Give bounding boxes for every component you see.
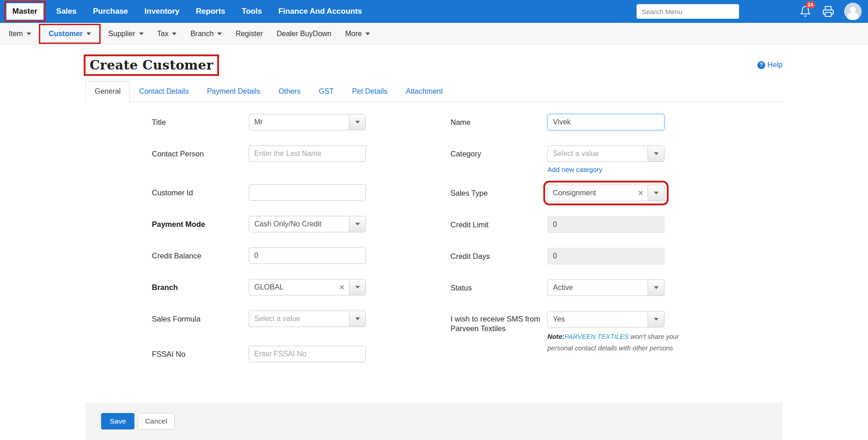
help-link[interactable]: ? Help: [757, 61, 782, 69]
tab-contact-details[interactable]: Contact Details: [130, 81, 198, 102]
credit-days-label: Credit Days: [450, 248, 547, 264]
contact-person-input[interactable]: [249, 145, 366, 162]
sales-type-select-value: Consignment: [548, 189, 633, 197]
receive-sms-label: I wish to receive SMS from Parveen Texti…: [450, 311, 547, 333]
menu-item-tools[interactable]: Tools: [234, 0, 270, 23]
subnav-item-branch[interactable]: Branch: [183, 27, 229, 41]
subnav-label: Tax: [157, 30, 169, 38]
form-row-status: Status Active: [450, 279, 707, 296]
form-row-category: Category Select a value Add new category: [450, 145, 707, 174]
notification-badge: 24: [805, 1, 815, 8]
credit-days-input: [547, 248, 664, 264]
notifications-button[interactable]: 24: [799, 5, 811, 17]
credit-limit-input: [547, 216, 664, 233]
form-row-title: Title Mr: [152, 114, 366, 130]
chevron-down-icon[interactable]: [648, 311, 664, 327]
payment-mode-select-value: Cash Only/No Credit: [249, 220, 349, 228]
subnav-item-tax[interactable]: Tax: [150, 27, 184, 41]
branch-select[interactable]: GLOBAL ×: [249, 279, 366, 295]
receive-sms-select[interactable]: Yes: [547, 311, 664, 327]
tab-pet-details[interactable]: Pet Details: [343, 81, 396, 102]
customer-id-input[interactable]: [249, 184, 366, 201]
form-row-credit-days: Credit Days: [450, 248, 707, 264]
form-column-left: Title Mr Contact Person Customer Id: [152, 114, 366, 377]
menu-item-reports[interactable]: Reports: [188, 0, 233, 23]
subnav-item-item[interactable]: Item: [2, 27, 38, 41]
print-button[interactable]: [822, 5, 834, 17]
menu-item-master[interactable]: Master: [6, 3, 43, 20]
chevron-down-icon: [139, 32, 144, 35]
subnav-item-dealer-buydown[interactable]: Dealer BuyDown: [270, 27, 338, 41]
add-new-category-link[interactable]: Add new category: [547, 166, 602, 173]
sales-type-select[interactable]: Consignment ×: [547, 185, 664, 201]
sales-formula-select-value: Select a value: [249, 315, 349, 323]
title-select[interactable]: Mr: [249, 114, 366, 130]
tab-general[interactable]: General: [86, 81, 130, 102]
form-column-right: Name Category Select a value Add new cat…: [450, 114, 707, 377]
tab-others[interactable]: Others: [269, 81, 310, 102]
payment-mode-select[interactable]: Cash Only/No Credit: [249, 216, 366, 232]
clear-icon[interactable]: ×: [335, 283, 349, 291]
parveen-textiles-link[interactable]: PARVEEN TEXTILES: [564, 333, 628, 340]
chevron-down-icon[interactable]: [648, 185, 664, 201]
user-avatar[interactable]: [844, 3, 862, 20]
cancel-button[interactable]: Cancel: [138, 413, 174, 429]
printer-icon: [822, 5, 834, 17]
subnav-item-more[interactable]: More: [338, 27, 377, 41]
category-select[interactable]: Select a value: [547, 145, 664, 162]
chevron-down-icon[interactable]: [349, 311, 365, 327]
status-select[interactable]: Active: [547, 279, 664, 296]
chevron-down-icon[interactable]: [349, 279, 365, 295]
search-input[interactable]: [637, 4, 739, 19]
topnav-right-section: 24: [637, 3, 862, 20]
tab-gst[interactable]: GST: [310, 81, 343, 102]
sales-formula-select[interactable]: Select a value: [249, 311, 366, 327]
subnav-label: Dealer BuyDown: [277, 30, 332, 38]
subnav-label: Item: [9, 30, 23, 38]
tab-attachment[interactable]: Attachment: [396, 81, 452, 102]
help-label: Help: [767, 61, 782, 69]
menu-item-finance-and-accounts[interactable]: Finance And Accounts: [270, 0, 370, 23]
chevron-down-icon: [27, 32, 31, 35]
person-icon: [844, 3, 862, 20]
status-label: Status: [450, 279, 547, 296]
tab-payment-details[interactable]: Payment Details: [198, 81, 269, 102]
credit-balance-input[interactable]: [249, 247, 366, 264]
name-input[interactable]: [547, 114, 664, 130]
note-prefix: Note:: [547, 333, 564, 340]
menu-item-purchase[interactable]: Purchase: [85, 0, 136, 23]
subnav-item-customer[interactable]: Customer: [42, 27, 98, 41]
form-row-fssai-no: FSSAI No: [152, 346, 366, 362]
chevron-down-icon: [172, 32, 177, 35]
form-row-sales-type: Sales Type Consignment ×: [450, 185, 707, 201]
subnav-label: Customer: [48, 30, 83, 38]
chevron-down-icon: [365, 32, 370, 35]
category-select-value: Select a value: [548, 150, 648, 158]
form-row-payment-mode: Payment Mode Cash Only/No Credit: [152, 216, 366, 232]
chevron-down-icon[interactable]: [648, 146, 664, 161]
credit-balance-label: Credit Balance: [152, 247, 249, 264]
chevron-down-icon[interactable]: [648, 280, 664, 295]
branch-select-value: GLOBAL: [249, 283, 335, 291]
subnav-item-supplier[interactable]: Supplier: [102, 27, 150, 41]
menu-item-sales[interactable]: Sales: [48, 0, 85, 23]
status-select-value: Active: [548, 284, 648, 292]
payment-mode-label: Payment Mode: [152, 216, 249, 232]
customer-form: Title Mr Contact Person Customer Id: [86, 114, 782, 377]
name-label: Name: [450, 114, 547, 130]
sales-type-label: Sales Type: [450, 185, 547, 201]
fssai-no-input[interactable]: [249, 346, 366, 362]
page-content: Create Customer ? Help General Contact D…: [86, 55, 782, 440]
form-row-credit-limit: Credit Limit: [450, 216, 707, 233]
clear-icon[interactable]: ×: [633, 189, 648, 197]
chevron-down-icon[interactable]: [349, 216, 365, 232]
save-button[interactable]: Save: [101, 413, 134, 429]
menu-item-inventory[interactable]: Inventory: [136, 0, 188, 23]
subnav-label: Register: [236, 30, 263, 38]
subnav-item-register[interactable]: Register: [229, 27, 270, 41]
chevron-down-icon[interactable]: [349, 114, 365, 130]
page-header: Create Customer ? Help: [86, 55, 782, 75]
receive-sms-select-value: Yes: [548, 315, 648, 323]
help-icon: ?: [757, 61, 765, 69]
tab-bar: General Contact Details Payment Details …: [86, 81, 782, 102]
